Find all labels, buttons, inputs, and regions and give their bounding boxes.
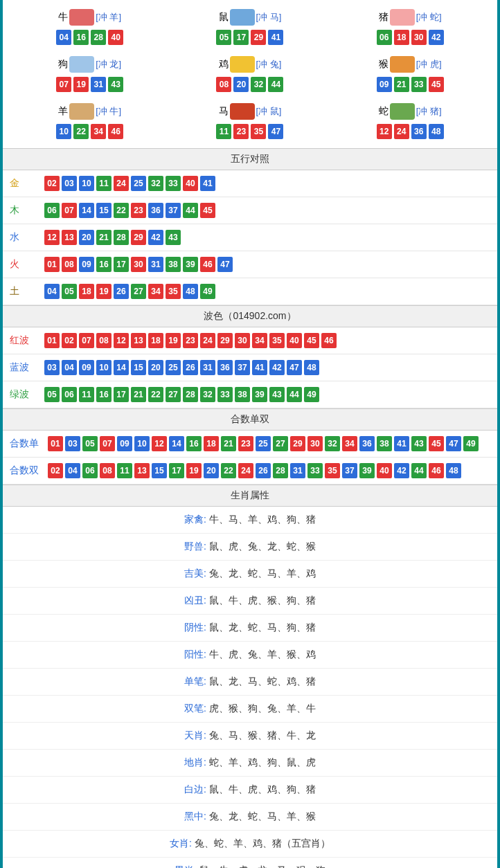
number-ball: 03 xyxy=(62,176,77,191)
attribute-label: 男肖: xyxy=(175,865,199,868)
attribute-value: 鼠、龙、蛇、马、狗、猪 xyxy=(209,622,316,633)
number-ball: 46 xyxy=(321,333,337,348)
number-ball: 17 xyxy=(169,463,184,478)
number-ball: 34 xyxy=(91,124,106,139)
number-ball: 02 xyxy=(44,176,60,191)
number-ball: 16 xyxy=(73,30,89,45)
number-ball: 03 xyxy=(65,436,80,451)
row-balls: 06071415222336374445 xyxy=(44,203,215,218)
data-row: 木06071415222336374445 xyxy=(3,197,497,224)
number-ball: 16 xyxy=(96,387,111,402)
number-ball: 11 xyxy=(79,387,94,402)
row-label: 土 xyxy=(10,285,44,298)
number-ball: 19 xyxy=(166,333,181,348)
number-ball: 35 xyxy=(166,284,181,299)
number-ball: 21 xyxy=(96,230,111,245)
attribute-value: 鼠、牛、虎、鸡、狗、猪 xyxy=(209,784,316,795)
number-ball: 12 xyxy=(377,124,392,139)
number-ball: 36 xyxy=(359,436,375,451)
number-ball: 29 xyxy=(131,230,146,245)
number-ball: 38 xyxy=(166,257,181,272)
ball-row: 12243648 xyxy=(330,124,490,139)
number-ball: 18 xyxy=(204,436,219,451)
attribute-label: 阳性: xyxy=(184,649,209,660)
number-ball: 34 xyxy=(148,284,163,299)
number-ball: 32 xyxy=(200,387,215,402)
bose-rows: 红波0102070812131819232429303435404546蓝波03… xyxy=(3,327,497,408)
number-ball: 13 xyxy=(134,463,150,478)
zodiac-name: 马 xyxy=(219,105,229,118)
number-ball: 12 xyxy=(114,333,129,348)
heshu-header: 合数单双 xyxy=(3,408,497,431)
row-balls: 1213202128294243 xyxy=(44,230,181,245)
number-ball: 12 xyxy=(152,436,167,451)
number-ball: 36 xyxy=(217,360,233,375)
attribute-label: 双笔: xyxy=(184,703,209,714)
attribute-label: 吉美: xyxy=(184,568,209,579)
row-balls: 05061116172122272832333839434449 xyxy=(44,387,319,402)
number-ball: 05 xyxy=(216,30,231,45)
number-ball: 20 xyxy=(79,230,94,245)
number-ball: 06 xyxy=(377,30,392,45)
zodiac-cell: 羊[冲 牛]10223446 xyxy=(10,98,170,145)
number-ball: 47 xyxy=(446,436,461,451)
attribute-value: 鼠、牛、虎、龙、马、猴、狗 xyxy=(199,865,325,868)
shengxiao-rows: 家禽: 牛、马、羊、鸡、狗、猪野兽: 鼠、虎、兔、龙、蛇、猴吉美: 兔、龙、蛇、… xyxy=(3,507,497,868)
number-ball: 31 xyxy=(290,463,305,478)
number-ball: 41 xyxy=(394,436,409,451)
ball-row: 06183042 xyxy=(330,30,490,45)
number-ball: 28 xyxy=(273,463,288,478)
zodiac-clash: [冲 虎] xyxy=(416,58,442,71)
number-ball: 32 xyxy=(148,176,163,191)
attribute-label: 地肖: xyxy=(184,757,209,768)
zodiac-clash: [冲 牛] xyxy=(96,105,121,118)
data-row: 蓝波03040910141520252631363741424748 xyxy=(3,354,497,381)
ball-row: 11233547 xyxy=(170,124,330,139)
number-ball: 41 xyxy=(252,360,267,375)
number-ball: 14 xyxy=(79,203,94,218)
number-ball: 17 xyxy=(233,30,249,45)
number-ball: 23 xyxy=(131,203,146,218)
ball-row: 07193143 xyxy=(10,77,170,92)
number-ball: 18 xyxy=(148,333,163,348)
number-ball: 30 xyxy=(411,30,427,45)
attribute-value: 虎、猴、狗、兔、羊、牛 xyxy=(209,703,316,714)
data-row: 土04051819262734354849 xyxy=(3,278,497,305)
number-ball: 24 xyxy=(114,176,129,191)
number-ball: 26 xyxy=(114,284,129,299)
attribute-row: 凶丑: 鼠、牛、虎、猴、狗、猪 xyxy=(3,588,497,615)
number-ball: 34 xyxy=(342,436,357,451)
number-ball: 49 xyxy=(304,387,319,402)
attribute-row: 男肖: 鼠、牛、虎、龙、马、猴、狗 xyxy=(3,858,497,868)
row-label: 合数双 xyxy=(10,464,48,477)
number-ball: 12 xyxy=(44,230,60,245)
number-ball: 07 xyxy=(100,436,115,451)
number-ball: 18 xyxy=(394,30,409,45)
number-ball: 08 xyxy=(96,333,111,348)
number-ball: 47 xyxy=(268,124,283,139)
number-ball: 13 xyxy=(131,333,146,348)
number-ball: 31 xyxy=(200,360,215,375)
number-ball: 29 xyxy=(290,436,305,451)
zodiac-name: 猴 xyxy=(379,58,389,71)
number-ball: 09 xyxy=(79,360,94,375)
number-ball: 01 xyxy=(44,257,60,272)
number-ball: 06 xyxy=(44,203,60,218)
number-ball: 10 xyxy=(79,176,94,191)
attribute-label: 天肖: xyxy=(184,730,209,741)
zodiac-name: 蛇 xyxy=(379,105,389,118)
zodiac-clash: [冲 蛇] xyxy=(416,11,442,24)
number-ball: 25 xyxy=(131,176,146,191)
zodiac-icon xyxy=(230,9,255,26)
number-ball: 03 xyxy=(44,360,60,375)
number-ball: 22 xyxy=(148,387,163,402)
number-ball: 29 xyxy=(251,30,266,45)
ball-row: 08203244 xyxy=(170,77,330,92)
number-ball: 44 xyxy=(183,203,198,218)
number-ball: 11 xyxy=(96,176,111,191)
zodiac-grid: 牛[冲 羊]04162840鼠[冲 马]05172941猪[冲 蛇]061830… xyxy=(3,0,497,148)
attribute-row: 女肖: 兔、蛇、羊、鸡、猪（五宫肖） xyxy=(3,831,497,858)
attribute-label: 野兽: xyxy=(184,541,209,552)
number-ball: 27 xyxy=(131,284,146,299)
zodiac-clash: [冲 龙] xyxy=(96,58,121,71)
